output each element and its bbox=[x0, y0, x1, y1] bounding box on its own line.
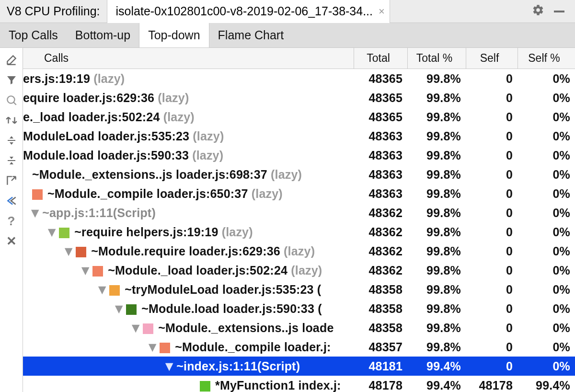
cell-selfp: 0% bbox=[518, 72, 575, 86]
call-label-part: ~app.js:1:11 bbox=[42, 206, 113, 219]
tree-row[interactable]: ~Module._extensions..js loader.js:698:37… bbox=[23, 165, 575, 184]
cell-selfp: 0% bbox=[518, 129, 575, 143]
tree-row[interactable]: e._load loader.js:502:24 (lazy)4836599.8… bbox=[23, 107, 575, 127]
call-label-part: (lazy) bbox=[93, 72, 125, 85]
chevron-down-icon[interactable]: ▶ bbox=[97, 287, 109, 294]
cell-self: 0 bbox=[466, 168, 518, 182]
cell-total: 48365 bbox=[354, 110, 407, 124]
cell-selfp: 0% bbox=[518, 206, 575, 220]
chevron-down-icon[interactable]: ▶ bbox=[131, 325, 142, 332]
chevron-down-icon[interactable]: ▶ bbox=[148, 344, 159, 351]
tree-row[interactable]: Module.load loader.js:590:33 (lazy)48363… bbox=[23, 146, 575, 165]
chevron-down-icon[interactable]: ▶ bbox=[47, 229, 58, 236]
tab-bottom-up[interactable]: Bottom-up bbox=[67, 23, 139, 47]
col-total-pct[interactable]: Total % bbox=[407, 48, 466, 69]
tab-flame-chart[interactable]: Flame Chart bbox=[209, 23, 293, 47]
chevron-down-icon[interactable]: ▶ bbox=[80, 267, 92, 275]
filter-icon[interactable] bbox=[1, 71, 22, 89]
tool-title: V8 CPU Profiling: bbox=[0, 4, 107, 18]
call-label-part: ~Module._extensions..js loade bbox=[158, 321, 334, 334]
cell-self: 48178 bbox=[466, 379, 518, 392]
cell-totalp: 99.8% bbox=[407, 244, 466, 258]
cell-totalp: 99.8% bbox=[407, 225, 466, 239]
col-total[interactable]: Total bbox=[354, 48, 407, 69]
collapse-all-icon[interactable] bbox=[1, 151, 22, 170]
tree-row[interactable]: ▶~Module.load loader.js:590:33 (4835899.… bbox=[23, 299, 575, 318]
focus-icon[interactable] bbox=[1, 192, 22, 210]
tree-row[interactable]: ModuleLoad loader.js:535:23 (lazy)483639… bbox=[23, 127, 575, 146]
cell-total: 48181 bbox=[354, 359, 407, 373]
close-icon[interactable]: × bbox=[379, 5, 385, 18]
close-tool-icon[interactable]: ✕ bbox=[1, 232, 22, 250]
cell-self: 0 bbox=[466, 129, 518, 143]
call-label-part: ~Module._load loader.js:502:24 bbox=[108, 264, 291, 277]
cell-self: 0 bbox=[466, 302, 518, 316]
chevron-down-icon[interactable]: ▶ bbox=[64, 248, 75, 255]
tree-row[interactable]: ▶~Module.require loader.js:629:36 (lazy)… bbox=[23, 242, 575, 261]
call-label-part: equire loader.js:629:36 bbox=[23, 91, 158, 104]
content: Calls Total Total % Self Self % ers.js:1… bbox=[23, 48, 575, 392]
color-swatch bbox=[32, 189, 43, 200]
tree-row[interactable]: ers.js:19:19 (lazy)4836599.8%00% bbox=[23, 69, 575, 88]
profile-file-tab[interactable]: isolate-0x102801c00-v8-2019-02-06_17-38-… bbox=[107, 0, 390, 23]
search-icon[interactable] bbox=[1, 91, 22, 109]
tree-row[interactable]: ▶~app.js:1:11(Script)4836299.8%00% bbox=[23, 203, 575, 222]
cell-totalp: 99.4% bbox=[407, 379, 466, 392]
profile-file-name: isolate-0x102801c00-v8-2019-02-06_17-38-… bbox=[116, 4, 373, 18]
view-tabs: Top CallsBottom-upTop-downFlame Chart bbox=[0, 23, 575, 48]
cell-total: 48357 bbox=[354, 340, 407, 354]
tree-row[interactable]: ~Module._compile loader.js:650:37 (lazy)… bbox=[23, 184, 575, 203]
cell-self: 0 bbox=[466, 206, 518, 220]
cell-selfp: 0% bbox=[518, 91, 575, 105]
cell-self: 0 bbox=[466, 321, 518, 335]
hide-icon[interactable] bbox=[554, 11, 564, 12]
cell-totalp: 99.8% bbox=[407, 340, 466, 354]
expand-all-icon[interactable] bbox=[1, 131, 22, 150]
help-icon[interactable]: ? bbox=[1, 212, 22, 230]
tree-row[interactable]: ▶~Module._extensions..js loade4835899.8%… bbox=[23, 318, 575, 337]
cell-selfp: 0% bbox=[518, 187, 575, 201]
chevron-down-icon[interactable]: ▶ bbox=[164, 363, 176, 370]
call-label-part: ~Module.load loader.js:590:33 ( bbox=[141, 302, 322, 315]
cell-self: 0 bbox=[466, 187, 518, 201]
chevron-down-icon[interactable]: ▶ bbox=[30, 210, 42, 217]
tree-row[interactable]: equire loader.js:629:36 (lazy)4836599.8%… bbox=[23, 88, 575, 107]
call-label-part: (lazy) bbox=[222, 225, 253, 239]
tree-row[interactable]: ▶~Module._load loader.js:502:24 (lazy)48… bbox=[23, 261, 575, 280]
cell-total: 48362 bbox=[354, 264, 407, 277]
cell-selfp: 99.4% bbox=[518, 379, 575, 392]
gear-icon[interactable] bbox=[532, 4, 544, 19]
table-header: Calls Total Total % Self Self % bbox=[23, 48, 575, 69]
call-tree[interactable]: ers.js:19:19 (lazy)4836599.8%00%equire l… bbox=[23, 69, 575, 392]
col-calls[interactable]: Calls bbox=[23, 52, 354, 65]
tree-row[interactable]: *MyFunction1 index.j:4817899.4%4817899.4… bbox=[23, 376, 575, 392]
tree-row[interactable]: ▶~require helpers.js:19:19 (lazy)4836299… bbox=[23, 222, 575, 242]
call-label-part: Module.load loader.js:590:33 bbox=[23, 149, 192, 162]
cell-total: 48362 bbox=[354, 225, 407, 239]
col-self[interactable]: Self bbox=[466, 48, 518, 69]
color-swatch bbox=[126, 304, 137, 315]
cell-self: 0 bbox=[466, 264, 518, 277]
cell-totalp: 99.8% bbox=[407, 72, 466, 86]
edit-icon[interactable] bbox=[1, 51, 22, 69]
cell-selfp: 0% bbox=[518, 244, 575, 258]
tree-row[interactable]: ▶~index.js:1:11(Script)4818199.4%00% bbox=[23, 357, 575, 376]
cell-total: 48358 bbox=[354, 302, 407, 316]
tree-row[interactable]: ▶~Module._compile loader.j:4835799.8%00% bbox=[23, 337, 575, 357]
tab-top-down[interactable]: Top-down bbox=[139, 23, 209, 47]
cell-totalp: 99.4% bbox=[407, 359, 466, 373]
cell-self: 0 bbox=[466, 91, 518, 105]
cell-selfp: 0% bbox=[518, 264, 575, 277]
chevron-down-icon[interactable]: ▶ bbox=[114, 306, 126, 313]
cell-total: 48363 bbox=[354, 129, 407, 143]
main-area: ? ✕ Calls Total Total % Self Self % ers.… bbox=[0, 48, 575, 392]
export-icon[interactable] bbox=[1, 172, 22, 190]
tree-row[interactable]: ▶~tryModuleLoad loader.js:535:23 (483589… bbox=[23, 280, 575, 299]
color-swatch bbox=[160, 343, 170, 353]
tab-top-calls[interactable]: Top Calls bbox=[0, 23, 67, 47]
cell-total: 48365 bbox=[354, 91, 407, 105]
cell-total: 48365 bbox=[354, 72, 407, 86]
col-self-pct[interactable]: Self % bbox=[518, 48, 575, 69]
compare-icon[interactable] bbox=[1, 111, 22, 129]
cell-totalp: 99.8% bbox=[407, 110, 466, 124]
